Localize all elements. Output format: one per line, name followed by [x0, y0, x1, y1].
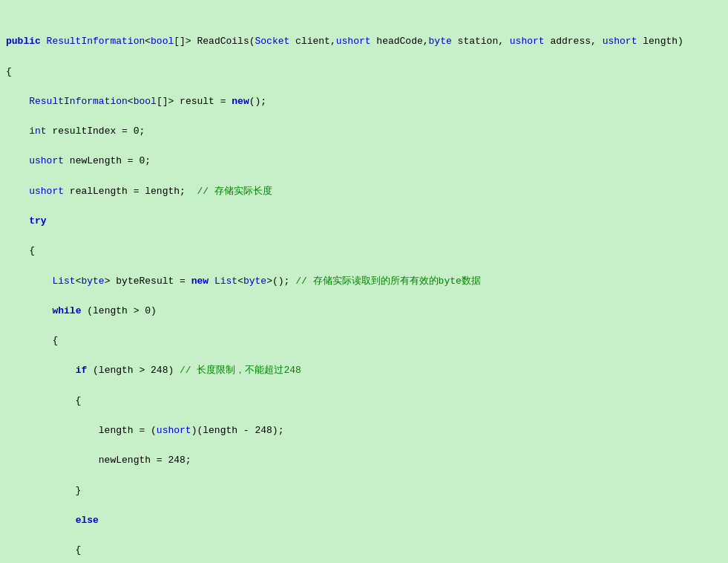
comment-9: // 存储实际读取到的所有有效的byte数据 [295, 276, 481, 287]
type-ushort2: ushort [510, 36, 545, 47]
line-10: while (length > 0) [6, 304, 722, 319]
line-8: { [6, 244, 722, 258]
kw-bool: bool [151, 36, 174, 47]
type-ushort1: ushort [336, 36, 371, 47]
kw-if: if [76, 365, 88, 376]
kw-int: int [29, 126, 46, 137]
type-list2: List [214, 276, 237, 287]
line-6: ushort realLength = length; // 存储实际长度 [6, 184, 722, 199]
line-11: { [6, 333, 722, 348]
code-container: public ResultInformation<bool[]> ReadCoi… [0, 0, 728, 563]
param-addr: address, [545, 36, 603, 47]
kw-public: public [6, 36, 47, 47]
type-result: ResultInformation [47, 36, 145, 47]
param-client: client, [289, 36, 335, 47]
line-13: { [6, 394, 722, 409]
generic-close: []> [174, 36, 197, 47]
kw-byte2: byte [243, 276, 266, 287]
line-5: ushort newLength = 0; [6, 154, 722, 169]
type-list1: List [52, 276, 75, 287]
line-7: try [6, 214, 722, 229]
param-station: station, [452, 36, 510, 47]
type-ri: ResultInformation [29, 96, 128, 107]
generic-open: < [145, 36, 151, 47]
kw-bool2: bool [134, 96, 157, 107]
param-length: length) [637, 36, 683, 47]
kw-ushort2: ushort [29, 186, 64, 197]
kw-new: new [232, 96, 249, 107]
line-15: newLength = 248; [6, 453, 722, 468]
kw-ushort: ushort [29, 155, 64, 166]
line-9: List<byte> byteResult = new List<byte>()… [6, 274, 722, 289]
comment-6: // 存储实际长度 [197, 186, 272, 197]
line-18: { [6, 543, 722, 558]
line-4: int resultIndex = 0; [6, 124, 722, 139]
kw-ushort3: ushort [157, 425, 191, 436]
line-12: if (length > 248) // 长度限制，不能超过248 [6, 363, 722, 378]
kw-try: try [29, 215, 46, 227]
method-name: ReadCoils( [197, 36, 255, 47]
type-ushort3: ushort [603, 36, 637, 47]
line-14: length = (ushort)(length - 248); [6, 423, 722, 438]
kw-byte1: byte [81, 276, 104, 287]
line-1: public ResultInformation<bool[]> ReadCoi… [6, 34, 722, 49]
line-16: } [6, 484, 722, 498]
kw-while: while [52, 305, 81, 316]
line-3: ResultInformation<bool[]> result = new()… [6, 94, 722, 109]
kw-new2: new [191, 276, 209, 287]
param-head: headCode, [371, 36, 429, 47]
type-socket: Socket [255, 36, 290, 47]
comment-12: // 长度限制，不能超过248 [180, 365, 301, 376]
line-17: else [6, 513, 722, 528]
line-2: { [6, 65, 722, 79]
type-byte: byte [429, 36, 452, 47]
kw-else: else [76, 515, 99, 526]
